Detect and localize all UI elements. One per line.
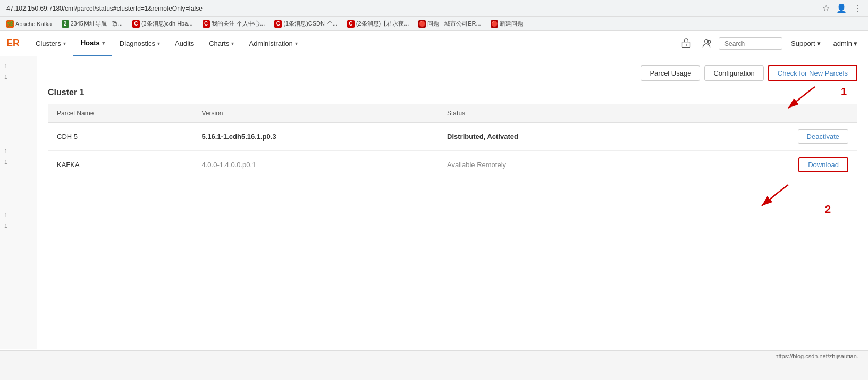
bookmark-kafka[interactable]: 🌿 Apache Kafka bbox=[4, 19, 54, 29]
hosts-dropdown-icon: ▾ bbox=[102, 40, 105, 46]
action-buttons-row: Parcel Usage Configuration Check for New… bbox=[48, 56, 857, 88]
sidebar: 1 1 1 1 1 1 bbox=[0, 56, 37, 349]
nav-audits-label: Audits bbox=[175, 39, 194, 47]
parcel-version-cdh: 5.16.1-1.cdh5.16.1.p0.3 bbox=[193, 123, 439, 151]
parcel-version-kafka: 4.0.0-1.4.0.0.p0.1 bbox=[193, 151, 439, 179]
annotation-1: 1 bbox=[841, 86, 847, 98]
bookmark-junyongye[interactable]: C (2条消息)【君永夜... bbox=[345, 19, 411, 29]
nav-hosts-label: Hosts bbox=[81, 39, 100, 47]
status-url: https://blog.csdn.net/zhijsautian... bbox=[775, 353, 862, 359]
parcel-name-kafka: KAFKA bbox=[48, 151, 193, 179]
content-area: 1 1 1 1 1 1 Parcel Usage Configuration C… bbox=[0, 56, 868, 349]
bookmark-cdh[interactable]: C (3条消息)cdh Hba... bbox=[130, 19, 195, 29]
parcel-name-cdh: CDH 5 bbox=[48, 123, 193, 151]
table-header: Parcel Name Version Status bbox=[48, 104, 857, 123]
bookmark-label: 问题 - 城市公司ER... bbox=[427, 20, 481, 28]
top-nav: ER Clusters ▾ Hosts ▾ Diagnostics ▾ Audi… bbox=[0, 31, 868, 56]
bookmark-label: (2条消息)【君永夜... bbox=[356, 20, 409, 28]
kafka-icon: 🌿 bbox=[6, 20, 14, 28]
sidebar-stat-3: 1 bbox=[0, 146, 37, 156]
cluster-title: Cluster 1 bbox=[48, 88, 857, 97]
bookmark-label: 我的关注-个人中心... bbox=[212, 20, 265, 28]
issue-city-icon: 🔴 bbox=[418, 20, 426, 28]
bookmarks-bar: 🌿 Apache Kafka 2 2345网址导航 - 致... C (3条消息… bbox=[0, 17, 868, 31]
col-header-status: Status bbox=[439, 104, 675, 123]
table-body: CDH 5 5.16.1-1.cdh5.16.1.p0.3 Distribute… bbox=[48, 123, 857, 179]
nav-administration-label: Administration bbox=[249, 39, 292, 47]
parcel-status-kafka: Available Remotely bbox=[439, 151, 675, 179]
admin-dropdown-icon: ▾ bbox=[295, 40, 298, 46]
sidebar-stat-6: 1 bbox=[0, 220, 37, 231]
hosts-view-icon-btn[interactable] bbox=[698, 36, 714, 52]
star-icon[interactable]: ☆ bbox=[822, 3, 830, 13]
admin-user-dropdown-icon: ▾ bbox=[854, 39, 857, 47]
parcel-status-cdh: Distributed, Activated bbox=[439, 123, 675, 151]
nav-administration[interactable]: Administration ▾ bbox=[241, 31, 305, 56]
col-header-name: Parcel Name bbox=[48, 104, 193, 123]
sidebar-stat-5: 1 bbox=[0, 210, 37, 220]
bookmark-new-issue[interactable]: 🔴 新建问题 bbox=[488, 19, 525, 29]
account-icon[interactable]: 👤 bbox=[836, 3, 847, 13]
cdh-icon: C bbox=[132, 20, 140, 28]
admin-menu[interactable]: admin ▾ bbox=[829, 39, 862, 47]
support-menu[interactable]: Support ▾ bbox=[787, 39, 825, 47]
menu-icon[interactable]: ⋮ bbox=[853, 3, 862, 13]
table-row: CDH 5 5.16.1-1.cdh5.16.1.p0.3 Distribute… bbox=[48, 123, 857, 151]
sidebar-stat-4: 1 bbox=[0, 156, 37, 167]
charts-dropdown-icon: ▾ bbox=[231, 40, 234, 46]
main-content: Parcel Usage Configuration Check for New… bbox=[37, 56, 868, 349]
bookmark-label: 新建问题 bbox=[500, 20, 523, 28]
annotation-arrow-2 bbox=[730, 182, 804, 214]
bookmark-csdn[interactable]: C (1条消息)CSDN-个... bbox=[272, 19, 339, 29]
parcel-usage-button[interactable]: Parcel Usage bbox=[641, 65, 700, 81]
col-header-version: Version bbox=[193, 104, 439, 123]
nav-right: Support ▾ admin ▾ bbox=[678, 36, 862, 52]
parcel-action-kafka: Download bbox=[675, 151, 857, 179]
nav-menu: Clusters ▾ Hosts ▾ Diagnostics ▾ Audits … bbox=[28, 31, 678, 56]
parcel-action-cdh: Deactivate bbox=[675, 123, 857, 151]
support-label: Support bbox=[791, 39, 815, 47]
download-button[interactable]: Download bbox=[798, 157, 848, 172]
parcels-icon-btn[interactable] bbox=[678, 36, 694, 52]
nav-charts-label: Charts bbox=[209, 39, 229, 47]
nav-charts[interactable]: Charts ▾ bbox=[201, 31, 241, 56]
nav-clusters-label: Clusters bbox=[36, 39, 61, 47]
url-text: 47.102.150.69:7180/cmf/parcel/status#clu… bbox=[6, 5, 203, 12]
new-issue-icon: 🔴 bbox=[491, 20, 498, 28]
check-new-parcels-button[interactable]: Check for New Parcels bbox=[768, 65, 857, 81]
nav-diagnostics[interactable]: Diagnostics ▾ bbox=[112, 31, 167, 56]
annotation-2: 2 bbox=[825, 203, 831, 216]
cluster-section: Cluster 1 Parcel Name Version Status bbox=[48, 88, 857, 179]
browser-icons: ☆ 👤 ⋮ bbox=[822, 3, 862, 13]
sidebar-stat-2: 1 bbox=[0, 71, 37, 82]
app-container: ER Clusters ▾ Hosts ▾ Diagnostics ▾ Audi… bbox=[0, 31, 868, 350]
clusters-dropdown-icon: ▾ bbox=[63, 40, 66, 46]
diagnostics-dropdown-icon: ▾ bbox=[157, 40, 160, 46]
bookmark-label: (3条消息)cdh Hba... bbox=[141, 20, 193, 28]
search-input[interactable] bbox=[719, 37, 782, 50]
nav-hosts[interactable]: Hosts ▾ bbox=[73, 31, 112, 56]
col-header-action bbox=[675, 104, 857, 123]
bookmark-myfollow[interactable]: C 我的关注-个人中心... bbox=[200, 19, 267, 29]
bookmark-2345[interactable]: 2 2345网址导航 - 致... bbox=[60, 19, 125, 29]
configuration-button[interactable]: Configuration bbox=[704, 65, 763, 81]
csdn-icon: C bbox=[274, 20, 282, 28]
action-area: Parcel Usage Configuration Check for New… bbox=[48, 56, 857, 88]
status-bar: https://blog.csdn.net/zhijsautian... bbox=[0, 350, 868, 361]
browser-url-bar: 47.102.150.69:7180/cmf/parcel/status#clu… bbox=[0, 0, 868, 17]
junyongye-icon: C bbox=[347, 20, 355, 28]
deactivate-button[interactable]: Deactivate bbox=[798, 129, 848, 144]
admin-label: admin bbox=[833, 39, 852, 47]
nav-audits[interactable]: Audits bbox=[167, 31, 201, 56]
annotation-2-area: 2 bbox=[48, 179, 857, 222]
nav-diagnostics-label: Diagnostics bbox=[120, 39, 155, 47]
sidebar-stat-1: 1 bbox=[0, 61, 37, 71]
nav-brand: ER bbox=[6, 38, 20, 49]
bookmark-issue-city[interactable]: 🔴 问题 - 城市公司ER... bbox=[416, 19, 483, 29]
2345-icon: 2 bbox=[62, 20, 69, 28]
nav-clusters[interactable]: Clusters ▾ bbox=[28, 31, 73, 56]
parcels-table: Parcel Name Version Status CDH 5 bbox=[48, 104, 857, 179]
bookmark-label: 2345网址导航 - 致... bbox=[71, 20, 123, 28]
myfollow-icon: C bbox=[203, 20, 210, 28]
table-row: KAFKA 4.0.0-1.4.0.0.p0.1 Available Remot… bbox=[48, 151, 857, 179]
